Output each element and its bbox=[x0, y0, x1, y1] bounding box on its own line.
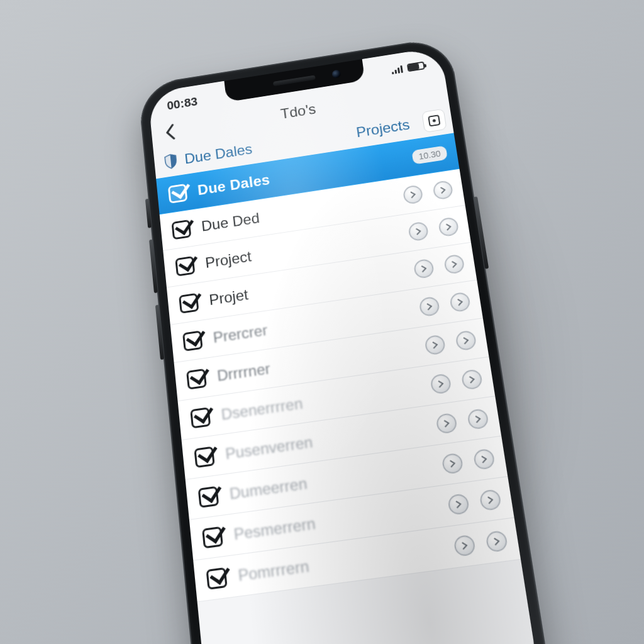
svg-point-1 bbox=[433, 119, 436, 122]
checkbox-checked-icon[interactable] bbox=[206, 567, 227, 589]
page-title: Tdo's bbox=[280, 101, 317, 122]
disclosure-button[interactable] bbox=[473, 448, 496, 470]
disclosure-button[interactable] bbox=[485, 530, 508, 552]
checkbox-checked-icon[interactable] bbox=[198, 486, 219, 508]
disclosure-button[interactable] bbox=[443, 253, 465, 274]
chevron-left-icon bbox=[164, 123, 177, 141]
disclosure-button[interactable] bbox=[435, 412, 458, 434]
checkbox-checked-icon[interactable] bbox=[175, 255, 195, 276]
checkbox-checked-icon[interactable] bbox=[186, 368, 207, 389]
disclosure-button[interactable] bbox=[413, 258, 435, 279]
disclosure-button[interactable] bbox=[461, 369, 484, 391]
disclosure-button[interactable] bbox=[438, 216, 459, 237]
disclosure-button[interactable] bbox=[449, 291, 471, 313]
disclosure-button[interactable] bbox=[402, 184, 424, 205]
front-camera bbox=[331, 69, 341, 79]
checkbox-checked-icon[interactable] bbox=[179, 292, 199, 313]
earpiece-speaker bbox=[273, 75, 316, 86]
disclosure-button[interactable] bbox=[467, 408, 489, 430]
tab-projects-label: Projects bbox=[355, 116, 411, 140]
disclosure-button[interactable] bbox=[479, 489, 502, 511]
disclosure-button[interactable] bbox=[408, 221, 429, 242]
checkbox-checked-icon[interactable] bbox=[182, 330, 203, 351]
shield-icon bbox=[164, 153, 178, 170]
disclosure-button[interactable] bbox=[453, 534, 476, 557]
tab-projects[interactable]: Projects bbox=[355, 116, 417, 141]
status-time: 00:83 bbox=[167, 95, 198, 113]
disclosure-button[interactable] bbox=[447, 492, 470, 515]
settings-button[interactable] bbox=[421, 109, 447, 133]
checkbox-checked-icon[interactable] bbox=[194, 446, 214, 468]
disclosure-button[interactable] bbox=[418, 296, 440, 317]
checkbox-checked-icon[interactable] bbox=[171, 219, 191, 240]
settings-icon bbox=[428, 114, 440, 126]
checkbox-checked-icon[interactable] bbox=[168, 183, 188, 203]
checkbox-checked-icon[interactable] bbox=[190, 407, 211, 428]
disclosure-button[interactable] bbox=[441, 452, 464, 474]
selected-badge: 10.30 bbox=[411, 145, 448, 164]
disclosure-button[interactable] bbox=[432, 180, 453, 201]
disclosure-button[interactable] bbox=[424, 334, 446, 355]
disclosure-button[interactable] bbox=[430, 373, 452, 395]
checkbox-checked-icon[interactable] bbox=[202, 526, 223, 548]
tab-due-dates-label: Due Dales bbox=[184, 141, 253, 167]
cellular-signal-icon bbox=[391, 65, 403, 74]
disclosure-button[interactable] bbox=[455, 330, 477, 351]
back-button[interactable] bbox=[159, 121, 181, 143]
battery-icon bbox=[407, 62, 425, 72]
